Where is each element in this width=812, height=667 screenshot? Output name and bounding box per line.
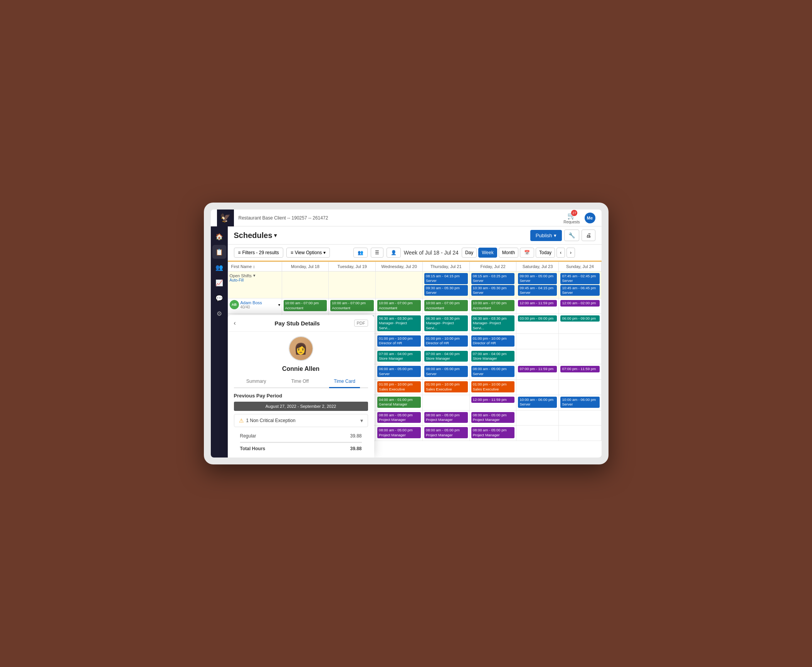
shift-block[interactable]: 07:00 pm - 11:59 pm [560, 366, 599, 372]
group-view-icon[interactable]: 👥 [353, 248, 368, 258]
pdf-button[interactable]: PDF [354, 320, 368, 327]
month-view-button[interactable]: Month [499, 248, 518, 258]
extra2-fri: 12:00 pm - 11:59 pm [469, 395, 516, 410]
extra2-sat: 10:00 am - 06:00 pmServer [516, 395, 559, 410]
sidebar-item-settings[interactable]: ⚙ [212, 307, 226, 320]
shift-block[interactable]: 01:00 pm - 10:00 pmSales Executive [377, 381, 421, 392]
tab-summary[interactable]: Summary [242, 375, 271, 388]
shift-block[interactable]: 08:00 am - 05:00 pmProject Manager [471, 427, 515, 438]
shift-block[interactable]: 04:00 am - 01:00 pmGeneral Manager [377, 397, 421, 408]
shift-block[interactable]: 06:30 am - 03:30 pmManager- Project Serv… [424, 315, 468, 331]
shift-block[interactable]: 08:00 am - 05:00 pmProject Manager [377, 427, 421, 438]
col-name: First Name ↕ [228, 262, 282, 271]
week-view-button[interactable]: Week [478, 248, 497, 258]
filter-button[interactable]: ≡ Filters - 29 results [234, 248, 283, 258]
shift-block[interactable]: 10:00 am - 06:00 pmServer [560, 397, 599, 408]
shift-block[interactable]: 10:30 am - 05:30 pmServer [471, 285, 515, 296]
exception-chevron[interactable]: ▾ [360, 417, 363, 424]
shift-block[interactable]: 08:15 am - 04:15 pmServer [424, 273, 468, 284]
next-week-button[interactable]: › [567, 248, 575, 258]
publish-dropdown-icon: ▾ [554, 233, 556, 238]
shift-block[interactable]: 07:00 am - 04:00 pmStore Manager [424, 351, 468, 362]
adam-fri: 10:00 am - 07:00 pmAccountant [469, 298, 516, 314]
device-frame: 🦅 Restaurant Base Client -- 190257 -- 26… [204, 203, 609, 464]
requests-button[interactable]: 🛒 27 Requests [563, 211, 580, 224]
shift-block[interactable]: 08:15 am - 03:25 pmServer [471, 273, 515, 284]
sidebar-item-schedule[interactable]: 📋 [212, 245, 226, 259]
table-header-row: First Name ↕ Monday, Jul 18 Tuesday, Jul… [228, 262, 601, 271]
shift-block[interactable]: 06:00 pm - 09:00 pm [560, 315, 599, 322]
shift-block[interactable]: 09:30 am - 05:30 pmServer [424, 285, 468, 296]
regular-value: 39.88 [350, 433, 361, 439]
shift-block[interactable]: 01:00 pm - 10:00 pmSales Executive [471, 381, 515, 392]
shift-block[interactable]: 06:30 am - 03:30 pmManager- Project Serv… [471, 315, 515, 331]
shift-block[interactable]: 01:00 pm - 10:00 pmDirector of HR [377, 335, 421, 347]
col-friday: Friday, Jul 22 [469, 262, 516, 271]
logo-icon: 🦅 [220, 213, 230, 223]
shift-block[interactable]: 08:00 am - 05:00 pmProject Manager [424, 427, 468, 438]
page-title: Schedules ▾ [234, 231, 277, 240]
publish-button[interactable]: Publish ▾ [530, 230, 562, 241]
back-button[interactable]: ‹ [234, 320, 236, 327]
shift-block[interactable]: 07:00 am - 04:00 pmStore Manager [471, 351, 515, 362]
sidebar-item-home[interactable]: 🏠 [212, 230, 226, 243]
extra3-wed: 08:00 am - 05:00 pmProject Manager [376, 410, 423, 426]
auto-fill-link[interactable]: Auto-Fill [230, 278, 280, 282]
shift-block[interactable]: 08:00 am - 05:00 pmProject Manager [377, 412, 421, 423]
print-tool-button[interactable]: 🖨 [582, 230, 595, 241]
shift-block[interactable]: 10:00 am - 07:00 pmAccountant [284, 300, 327, 311]
sidebar-item-employees[interactable]: 👥 [212, 260, 226, 274]
open-shifts-tue [329, 271, 376, 298]
sidebar-item-messages[interactable]: 💬 [212, 291, 226, 305]
shift-block[interactable]: 08:00 am - 05:00 pmProject Manager [471, 412, 515, 423]
connie-wed: 06:00 am - 05:00 pmServer [376, 364, 423, 380]
christy-wed: 07:00 am - 04:00 pmStore Manager [376, 349, 423, 364]
adam-mon: 10:00 am - 07:00 pmAccountant [282, 298, 329, 314]
prev-week-button[interactable]: ‹ [556, 248, 565, 258]
shift-block[interactable]: 10:00 am - 07:00 pmAccountant [377, 300, 421, 311]
shift-block[interactable]: 10:00 am - 07:00 pmAccountant [330, 300, 374, 311]
shift-block[interactable]: 06:30 am - 03:30 pmManager- Project Serv… [377, 315, 421, 331]
shift-block[interactable]: 07:00 am - 04:00 pmStore Manager [377, 351, 421, 362]
person-view-icon[interactable]: 👤 [387, 248, 401, 258]
avatar-face: 👩 [289, 337, 313, 360]
shift-block[interactable]: 01:00 pm - 10:00 pmDirector of HR [424, 335, 468, 347]
shift-block[interactable]: 07:00 pm - 11:59 pm [518, 366, 557, 372]
list-view-icon[interactable]: ☰ [371, 248, 383, 258]
shift-block[interactable]: 07:45 am - 02:45 pmServer [560, 273, 599, 284]
shift-block[interactable]: 10:45 am - 06:45 pmServer [560, 285, 599, 296]
shift-block[interactable]: 03:00 pm - 09:00 pm [518, 315, 557, 322]
shift-block[interactable]: 12:00 am - 11:59 pm [518, 300, 557, 306]
view-options-button[interactable]: ≡ View Options ▾ [286, 248, 330, 258]
calendar-icon-button[interactable]: 📅 [520, 248, 534, 258]
extra3-sat [516, 410, 559, 426]
shift-block[interactable]: 10:00 am - 06:00 pmServer [518, 397, 557, 408]
day-view-button[interactable]: Day [462, 248, 477, 258]
me-button[interactable]: Me [585, 213, 595, 223]
adam-dropdown[interactable]: ▾ [278, 303, 280, 307]
shift-block[interactable]: 10:00 am - 07:00 pmAccountant [424, 300, 468, 311]
tab-time-off[interactable]: Time Off [287, 375, 313, 388]
shift-block[interactable]: 09:00 am - 05:00 pmServer [518, 273, 557, 284]
shift-block[interactable]: 08:00 am - 05:00 pmServer [424, 366, 468, 377]
shift-block[interactable]: 12:00 pm - 11:59 pm [471, 397, 515, 403]
sidebar-item-reports[interactable]: 📈 [212, 276, 226, 290]
today-button[interactable]: Today [536, 248, 555, 258]
shift-block[interactable]: 08:00 am - 05:00 pmServer [471, 366, 515, 377]
shift-block[interactable]: 08:00 am - 05:00 pmProject Manager [424, 412, 468, 423]
shift-block[interactable]: 01:00 pm - 10:00 pmDirector of HR [471, 335, 515, 347]
exception-text: 1 Non Critical Exception [246, 418, 296, 423]
week-label: Week of Jul 18 - Jul 24 [404, 250, 459, 256]
employee-name-adam[interactable]: Adam Boss [240, 300, 262, 305]
settings-tool-button[interactable]: 🔧 [564, 230, 579, 241]
shift-block[interactable]: 01:00 pm - 10:00 pmSales Executive [424, 381, 468, 392]
exception-row: ⚠ 1 Non Critical Exception ▾ [234, 414, 368, 427]
tab-time-card[interactable]: Time Card [329, 375, 360, 388]
week-navigation: 👥 ☰ 👤 Week of Jul 18 - Jul 24 Day Week M… [333, 248, 595, 258]
shift-block[interactable]: 12:00 am - 02:00 pm [560, 300, 599, 306]
shift-block[interactable]: 06:00 am - 05:00 pmServer [377, 366, 421, 377]
shift-block[interactable]: 09:45 am - 04:15 pmServer [518, 285, 557, 296]
shift-block[interactable]: 10:00 am - 07:00 pmAccountant [471, 300, 515, 311]
open-shifts-dropdown[interactable]: ▾ [253, 273, 256, 278]
sidebar: 🏠 📋 👥 📈 💬 ⚙ [211, 226, 228, 458]
